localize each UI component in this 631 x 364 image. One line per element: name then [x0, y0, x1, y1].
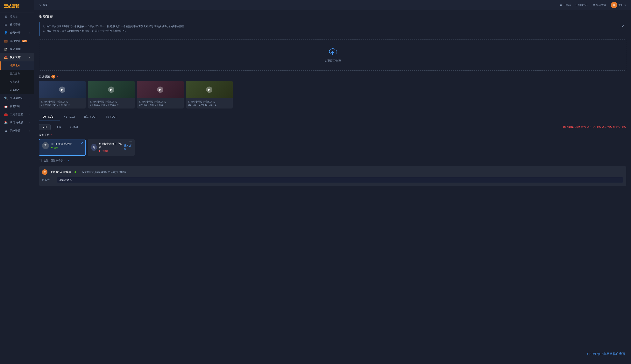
account-card-header: 免 短视频带货教主『免费』 已过期 重新授权 — [91, 142, 132, 153]
sidebar-item-video-package[interactable]: ▤ 视频套餐 — [0, 20, 34, 29]
video-title: 3346个子网站,内嵌12万关 — [41, 100, 84, 104]
filter-hint-text: DY视频发布成功后平台将不支持删除,请前往DY创作中心删除 — [563, 126, 626, 129]
account-card-2[interactable]: 免 短视频带货教主『免费』 已过期 重新授权 — [88, 139, 135, 156]
sidebar-item-account-mgmt[interactable]: 👤 账号管理 › — [0, 29, 34, 37]
sidebar-item-settings[interactable]: ⚙ 系统设置 › — [0, 127, 34, 135]
topbar-actions: ▣ 云剪辑 ℹ 帮助中心 🗑 清除缓存 青 青哥 ∨ — [560, 2, 626, 8]
tab-Tk[interactable]: Tk（0/0） — [102, 113, 122, 121]
form-row: @账号 @好友账号 — [42, 177, 623, 183]
upload-area[interactable]: 从视频库选择 — [39, 40, 626, 71]
notice-line1: 1、由于平台流量限制建议一个视频在一个平台只发布一个账号,切勿同一个视频同平台重… — [43, 24, 623, 28]
clear-cache-action[interactable]: 🗑 清除缓存 — [592, 3, 606, 7]
breadcrumb: ⌂ 首页 — [39, 3, 560, 7]
cloud-edit-action[interactable]: ▣ 云剪辑 — [560, 3, 571, 7]
status-dot-icon — [51, 147, 53, 148]
video-cards-row: ▶ 3346个子网站,内嵌12万关 #北京模板建站 #上海模板建 ▶ 3346个… — [39, 81, 626, 108]
sidebar-sub-item-image-publish[interactable]: 图文发布 — [0, 70, 34, 78]
toolbox-icon: 🧰 — [4, 113, 8, 116]
video-info: 3346个子网站,内嵌12万关 #广州网页制作 #上海网页 — [137, 98, 184, 108]
sidebar-item-video-publish[interactable]: 📤 视频发布 ∨ — [0, 53, 34, 62]
help-center-action[interactable]: ℹ 帮助中心 — [575, 3, 588, 7]
sidebar-item-video-create[interactable]: 🎬 视频创作 › — [0, 45, 34, 53]
filter-expired-button[interactable]: 已过期 — [67, 124, 81, 130]
tab-Bzhan[interactable]: B站（0/0） — [80, 113, 102, 121]
chevron-right-icon: › — [29, 32, 30, 34]
sidebar-item-label: 关键词优化 — [10, 96, 23, 100]
help-label: 帮助中心 — [578, 3, 588, 7]
chevron-right-icon: › — [29, 97, 30, 99]
sidebar-item-label: 系统设置 — [10, 129, 21, 132]
play-button[interactable]: ▶ — [59, 86, 65, 93]
play-button[interactable]: ▶ — [108, 86, 114, 93]
account-info-1: TikTok矩阵-肥佬青 正常 — [51, 142, 72, 149]
sidebar-sub-video-publish: 视频发布 图文发布 发布列表 评论列表 — [0, 62, 34, 94]
main-area: ⌂ 首页 ▣ 云剪辑 ℹ 帮助中心 🗑 清除缓存 青 青哥 ∨ 视频发布 — [34, 0, 631, 364]
sidebar-item-dashboard[interactable]: ⊞ 控制台 — [0, 12, 34, 20]
account-mgmt-icon: 👤 — [4, 31, 8, 34]
video-card[interactable]: ▶ 3346个子网站,内嵌12万关 #北京模板建站 #上海模板建 — [39, 81, 86, 108]
reauth-button[interactable]: 重新授权 — [124, 144, 132, 151]
select-all-checkbox[interactable] — [39, 159, 42, 162]
select-all-label: 全选 — [44, 159, 49, 162]
cloud-edit-label: 云剪辑 — [563, 3, 571, 7]
upload-text: 从视频库选择 — [324, 59, 341, 62]
sidebar-sub-item-comment-list[interactable]: 评论列表 — [0, 86, 34, 94]
video-tags: #广州网页制作 #上海网页 — [139, 104, 182, 107]
play-button[interactable]: ▶ — [157, 86, 163, 93]
play-button[interactable]: ▶ — [206, 86, 212, 93]
tab-KS[interactable]: KS（0/1） — [60, 113, 80, 121]
selected-count-value: 1 — [68, 159, 69, 162]
account-name-1: TikTok矩阵-肥佬青 — [51, 142, 72, 146]
sidebar-item-label: 控制台 — [10, 15, 18, 18]
account-select[interactable]: @好友账号 — [57, 177, 623, 183]
sidebar-item-toolbox[interactable]: 🧰 工具百宝箱 › — [0, 110, 34, 118]
selected-videos-label: 已选视频 — [39, 75, 50, 78]
video-info: 3346个子网站,内嵌12万关 #北京模板建站 #上海模板建 — [39, 98, 86, 108]
sidebar-item-learning[interactable]: 📚 学习与成长 › — [0, 118, 34, 127]
filter-all-button[interactable]: 全部 — [39, 124, 51, 130]
video-card[interactable]: ▶ 3346个子网站,内嵌12万关 #上海网站设计 #北京网站设 — [88, 81, 135, 108]
sidebar-item-label: 智能客服 — [10, 104, 21, 108]
vip-badge: VIP — [22, 40, 27, 42]
sidebar-item-label: 视频发布 — [10, 56, 21, 59]
user-profile[interactable]: 青 青哥 ∨ — [611, 2, 626, 8]
platform-label: 发布平台 * — [39, 133, 626, 137]
sidebar-sub-item-video-publish[interactable]: 视频发布 — [0, 62, 34, 70]
sidebar-item-keyword-opt[interactable]: 🔍 关键词优化 › — [0, 94, 34, 102]
config-hint: 仅支持D音(TikTok矩阵-肥佬青)平台配置 — [82, 170, 126, 174]
sidebar-item-ai-service[interactable]: 🤖 智能客服 › — [0, 102, 34, 110]
config-account-name: TikTok矩阵-肥佬青 — [49, 170, 71, 174]
video-tags: #网站设计 #广州网站设计 # — [188, 104, 231, 107]
page-title: 视频发布 — [39, 14, 626, 19]
account-status-1: 正常 — [51, 146, 72, 149]
sidebar-sub-item-publish-list[interactable]: 发布列表 — [0, 78, 34, 86]
video-publish-icon: 📤 — [4, 56, 8, 59]
sidebar-sub-item-label: 评论列表 — [10, 88, 20, 92]
account-form-label: @账号 — [42, 178, 54, 182]
account-info-2: 短视频带货教主『免费』 已过期 — [99, 142, 122, 153]
filter-normal-button[interactable]: 正常 — [53, 124, 65, 130]
sidebar-item-label: 账号管理 — [10, 31, 21, 34]
video-card[interactable]: ▶ 3346个子网站,内嵌12万关 #广州网页制作 #上海网页 — [137, 81, 184, 108]
selected-videos-header: 已选视频 4 * — [39, 75, 626, 78]
video-title: 3346个子网站,内嵌12万关 — [188, 100, 231, 104]
checkbox-account-2[interactable] — [129, 141, 132, 144]
account-card-header: 青 TikTok矩阵-肥佬青 正常 — [42, 142, 83, 149]
video-card[interactable]: ▶ 3346个子网站,内嵌12万关 #网站设计 #广州网站设计 # — [186, 81, 233, 108]
chevron-right-icon: › — [29, 113, 30, 116]
notice-line2: 2、西瓜视频跟今日头条的视频会互相同步，只需在一个平台发布视频即可。 — [43, 28, 623, 33]
settings-icon: ⚙ — [4, 129, 8, 132]
video-count-badge: 4 — [51, 75, 55, 78]
chevron-right-icon: › — [29, 48, 30, 50]
account-avatar-2: 免 — [91, 144, 97, 151]
tab-DY[interactable]: DY（1/2） — [39, 113, 60, 121]
upload-cloud-icon — [328, 48, 337, 57]
sidebar-item-business-mgmt[interactable]: 💼 商机管理 VIP — [0, 37, 34, 45]
trash-icon: 🗑 — [592, 4, 595, 6]
video-title: 3346个子网站,内嵌12万关 — [139, 100, 182, 104]
notice-box: 1、由于平台流量限制建议一个视频在一个平台只发布一个账号,切勿同一个视频同平台重… — [39, 22, 626, 36]
sidebar-item-label: 商机管理 — [10, 39, 21, 43]
close-icon[interactable]: ✕ — [621, 24, 624, 29]
account-card-1[interactable]: 青 TikTok矩阵-肥佬青 正常 ✓ — [39, 139, 86, 156]
sidebar-sub-item-label: 视频发布 — [10, 64, 21, 67]
